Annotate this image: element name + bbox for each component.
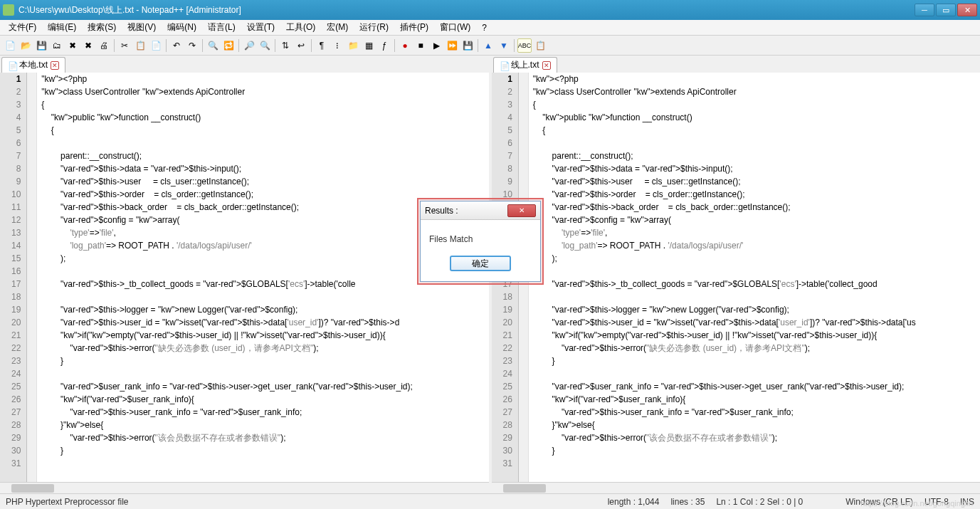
close-file-icon[interactable]: ✖: [65, 38, 80, 53]
menu-settings[interactable]: 设置(T): [241, 20, 280, 35]
toolbar-separator: [478, 39, 478, 52]
indent-guide-icon[interactable]: ⫶: [330, 38, 344, 53]
status-length: length : 1,044: [608, 497, 660, 507]
menu-language[interactable]: 语言(L): [202, 20, 241, 35]
editor-pane-left: 📄 本地.txt ✕ 12345678910111213141516171819…: [0, 56, 492, 493]
sync-scroll-icon[interactable]: ⇅: [278, 38, 293, 53]
zoom-in-icon[interactable]: 🔎: [242, 38, 256, 53]
menu-encoding[interactable]: 编码(N): [162, 20, 202, 35]
editor-right[interactable]: 1234567891011121314151617181920212223242…: [492, 73, 981, 482]
close-all-icon[interactable]: ✖: [81, 38, 95, 53]
toolbar-separator: [311, 39, 312, 52]
line-numbers-left: 1234567891011121314151617181920212223242…: [0, 73, 27, 482]
tab-bar-left: 📄 本地.txt ✕: [0, 56, 489, 73]
open-file-icon[interactable]: 📂: [19, 38, 33, 53]
undo-icon[interactable]: ↶: [169, 38, 184, 53]
dialog-message: Files Match: [421, 220, 540, 256]
status-lines: lines : 35: [670, 497, 705, 507]
horizontal-scrollbar-left[interactable]: [0, 482, 489, 493]
menu-bar: 文件(F) 编辑(E) 搜索(S) 视图(V) 编码(N) 语言(L) 设置(T…: [0, 20, 980, 36]
editor-pane-right: 📄 线上.txt ✕ 12345678910111213141516171819…: [492, 56, 981, 493]
tab-local[interactable]: 📄 本地.txt ✕: [1, 57, 65, 73]
file-icon: 📄: [8, 61, 16, 70]
show-all-chars-icon[interactable]: ¶: [315, 38, 329, 53]
close-button[interactable]: ✕: [957, 4, 977, 16]
ok-button[interactable]: 确定: [450, 256, 511, 271]
new-file-icon[interactable]: 📄: [3, 38, 17, 53]
compare-prev-icon[interactable]: ▲: [481, 38, 495, 53]
menu-edit[interactable]: 编辑(E): [42, 20, 82, 35]
stop-macro-icon[interactable]: ■: [413, 38, 428, 53]
tab-close-icon[interactable]: ✕: [51, 61, 59, 70]
find-icon[interactable]: 🔍: [206, 38, 220, 53]
folder-icon[interactable]: 📁: [346, 38, 360, 53]
wrap-icon[interactable]: ↩: [294, 38, 308, 53]
status-bar: PHP Hypertext Preprocessor file length :…: [0, 493, 980, 509]
menu-search[interactable]: 搜索(S): [82, 20, 122, 35]
status-filetype: PHP Hypertext Preprocessor file: [6, 497, 608, 507]
save-icon[interactable]: 💾: [34, 38, 48, 53]
toolbar-separator: [275, 39, 275, 52]
status-position: Ln : 1 Col : 2 Sel : 0 | 0: [716, 497, 803, 507]
copy-icon[interactable]: 📋: [133, 38, 147, 53]
title-bar: C:\Users\ywu\Desktop\线上.txt - Notepad++ …: [0, 0, 980, 20]
toolbar-separator: [202, 39, 203, 52]
maximize-button[interactable]: ▭: [936, 4, 956, 16]
dialog-title-bar[interactable]: Results : ✕: [421, 201, 540, 220]
func-list-icon[interactable]: ƒ: [377, 38, 391, 53]
play-macro-icon[interactable]: ▶: [429, 38, 443, 53]
toolbar-separator: [238, 39, 239, 52]
doc-map-icon[interactable]: ▦: [362, 38, 376, 53]
menu-plugins[interactable]: 插件(P): [394, 20, 434, 35]
tab-remote[interactable]: 📄 线上.txt ✕: [493, 57, 557, 73]
window-buttons: ─ ▭ ✕: [915, 4, 977, 16]
status-encoding: UTF-8: [924, 497, 949, 507]
menu-file[interactable]: 文件(F): [3, 20, 42, 35]
cut-icon[interactable]: ✂: [117, 38, 132, 53]
toolbar: 📄 📂 💾 🗂 ✖ ✖ 🖨 ✂ 📋 📄 ↶ ↷ 🔍 🔁 🔎 🔍 ⇅ ↩ ¶ ⫶ …: [0, 36, 980, 56]
toolbar-separator: [394, 39, 395, 52]
save-macro-icon[interactable]: 💾: [460, 38, 475, 53]
status-insert-mode: INS: [960, 497, 974, 507]
toolbar-separator: [166, 39, 167, 52]
dialog-close-button[interactable]: ✕: [507, 204, 536, 217]
window-title: C:\Users\ywu\Desktop\线上.txt - Notepad++ …: [19, 4, 915, 16]
dialog-title: Results :: [425, 206, 507, 216]
tab-label: 本地.txt: [19, 59, 48, 71]
results-dialog: Results : ✕ Files Match 确定: [420, 201, 541, 282]
tab-label: 线上.txt: [511, 59, 539, 71]
fold-column-left[interactable]: [27, 73, 37, 482]
record-macro-icon[interactable]: ●: [398, 38, 412, 53]
menu-help[interactable]: ?: [476, 21, 492, 34]
menu-window[interactable]: 窗口(W): [434, 20, 476, 35]
zoom-out-icon[interactable]: 🔍: [258, 38, 272, 53]
menu-view[interactable]: 视图(V): [122, 20, 162, 35]
horizontal-scrollbar-right[interactable]: [492, 482, 981, 493]
paste-icon[interactable]: 📄: [149, 38, 163, 53]
tab-bar-right: 📄 线上.txt ✕: [492, 56, 981, 73]
app-icon: [3, 4, 14, 16]
toolbar-separator: [114, 39, 115, 52]
menu-tools[interactable]: 工具(O): [280, 20, 321, 35]
tab-close-icon[interactable]: ✕: [542, 61, 551, 70]
status-eol: Windows (CR LF): [845, 497, 913, 507]
code-area-right[interactable]: "kw"><?php"kw">class UserController "kw"…: [529, 73, 980, 482]
ok-button-label: 确定: [472, 258, 489, 270]
help-icon[interactable]: 📋: [533, 38, 547, 53]
editor-left[interactable]: 1234567891011121314151617181920212223242…: [0, 73, 489, 482]
print-icon[interactable]: 🖨: [97, 38, 111, 53]
save-all-icon[interactable]: 🗂: [50, 38, 64, 53]
replace-icon[interactable]: 🔁: [221, 38, 236, 53]
redo-icon[interactable]: ↷: [185, 38, 199, 53]
spell-check-icon[interactable]: ABC: [517, 38, 532, 53]
compare-next-icon[interactable]: ▼: [497, 38, 511, 53]
play-multi-icon[interactable]: ⏩: [445, 38, 459, 53]
menu-macro[interactable]: 宏(M): [321, 20, 354, 35]
menu-run[interactable]: 运行(R): [354, 20, 394, 35]
minimize-button[interactable]: ─: [915, 4, 934, 16]
toolbar-separator: [514, 39, 515, 52]
file-icon: 📄: [500, 61, 508, 70]
